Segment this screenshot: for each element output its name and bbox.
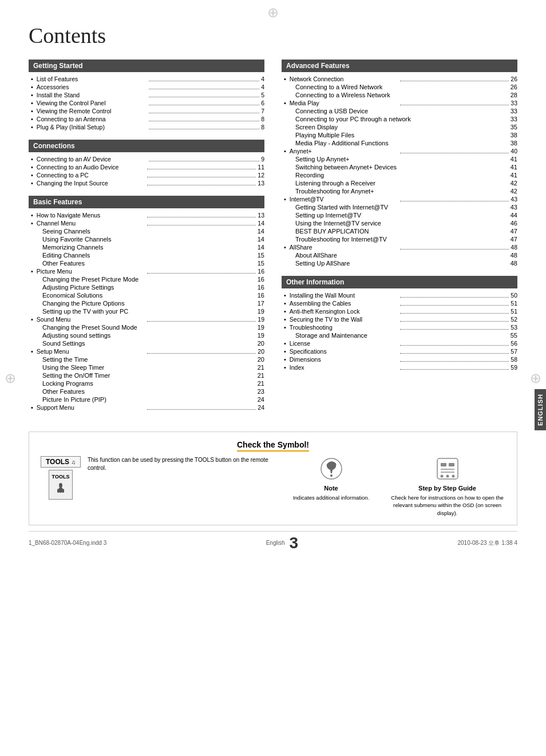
sub-page-num: 41 (511, 156, 517, 163)
dot-leader (400, 361, 509, 362)
step-icon-area (389, 456, 505, 482)
sub-page-num: 17 (258, 300, 264, 307)
svg-rect-3 (62, 489, 64, 493)
svg-point-13 (452, 475, 454, 478)
sub-item: Troubleshooting for Internet@TV 47 (282, 236, 517, 243)
bullet: • (284, 348, 286, 355)
list-item: • AllShare 48 (282, 244, 517, 251)
item-text: Viewing the Remote Control (37, 108, 147, 114)
content-grid: Getting Started • List of Features 4 • A… (29, 60, 517, 420)
sub-item: Using the Sleep Timer 21 (29, 364, 264, 371)
list-item: • Installing the Wall Mount 50 (282, 292, 517, 299)
bullet: • (31, 268, 33, 275)
sub-item: Connecting to your PC through a network … (282, 116, 517, 122)
section-basic-features: Basic Features • How to Navigate Menus 1… (29, 196, 264, 412)
bullet: • (31, 180, 33, 187)
sub-page-num: 23 (258, 388, 264, 395)
list-item: • Install the Stand 5 (29, 92, 264, 98)
svg-point-0 (59, 483, 62, 488)
sub-item: Setting Up AllShare 48 (282, 260, 517, 267)
footer: 1_BN68-02870A-04Eng.indd 3 English 3 201… (29, 531, 517, 552)
sub-item-text: Setting up the TV with your PC (42, 308, 128, 315)
list-item: • License 56 (282, 340, 517, 347)
item-text: Assembling the Cables (290, 300, 398, 307)
page: ⊕ ⊕ ⊕ ENGLISH Contents Getting Started •… (0, 0, 546, 756)
sub-item: BEST BUY APPLICATION 47 (282, 228, 517, 235)
bullet: • (284, 340, 286, 347)
sub-item: Recording 41 (282, 172, 517, 179)
list-item: • Network Connection 26 (282, 76, 517, 82)
sub-page-num: 43 (511, 204, 517, 211)
sub-item-text: Using the Sleep Timer (42, 364, 104, 371)
sub-item: Setting the On/Off Timer 21 (29, 372, 264, 379)
list-item: • Index 59 (282, 364, 517, 371)
page-num: 57 (511, 348, 517, 355)
page-num: 9 (261, 156, 264, 163)
page-num: 50 (511, 292, 517, 299)
item-text: Anynet+ (290, 148, 398, 155)
sub-item: Changing the Preset Sound Mode 19 (29, 324, 264, 331)
page-num: 40 (511, 148, 517, 155)
sub-page-num: 20 (258, 340, 264, 347)
page-title: Contents (29, 23, 517, 48)
language-tab: ENGLISH (535, 389, 546, 430)
tools-remote-icon: TOOLS (49, 470, 73, 500)
sub-item-text: Locking Programs (42, 380, 93, 387)
sub-item-text: Switching between Anynet+ Devices (295, 164, 397, 171)
list-item: • How to Navigate Menus 13 (29, 212, 264, 219)
symbol-title: Check the Symbol! (41, 440, 505, 449)
sub-page-num: 46 (511, 220, 517, 227)
bullet: • (284, 76, 286, 82)
dot-leader (147, 217, 256, 217)
page-num: 4 (261, 84, 264, 90)
item-text: Channel Menu (37, 220, 145, 227)
sub-item-text: Media Play - Additional Functions (295, 140, 389, 147)
item-text: List of Features (37, 76, 147, 82)
sub-page-num: 24 (258, 396, 264, 403)
sub-page-num: 42 (511, 180, 517, 187)
sub-page-num: 38 (511, 132, 517, 138)
page-num: 58 (511, 356, 517, 363)
bullet: • (284, 364, 286, 371)
symbol-grid: TOOLS ♫ TOOLS This function can be used … (41, 456, 505, 517)
sub-item: Other Features 15 (29, 260, 264, 267)
item-text: Specifications (290, 348, 398, 355)
item-text: AllShare (290, 244, 398, 251)
sub-item: Memorizing Channels 14 (29, 244, 264, 251)
tools-icon-area: TOOLS ♫ TOOLS (41, 456, 81, 500)
footer-left: 1_BN68-02870A-04Eng.indd 3 (29, 540, 106, 546)
tools-box: TOOLS ♫ (41, 456, 81, 468)
sub-item-text: Changing the Preset Picture Mode (42, 276, 139, 283)
sub-item: Connecting to a Wired Network 26 (282, 84, 517, 90)
list-item: • Channel Menu 14 (29, 220, 264, 227)
sub-item-text: Setting the On/Off Timer (42, 372, 110, 379)
bullet: • (31, 212, 33, 219)
page-num: 20 (258, 348, 264, 355)
advanced-items: • Network Connection 26 Connecting to a … (282, 76, 517, 267)
bullet: • (31, 348, 33, 355)
dot-leader (147, 169, 256, 169)
dot-leader (149, 105, 259, 105)
list-item: • Connecting to an AV Device 9 (29, 156, 264, 163)
item-text: Accessories (37, 84, 147, 90)
dot-leader (149, 113, 259, 113)
note-item: Note Indicates additional information. (273, 456, 389, 501)
sub-page-num: 28 (511, 92, 517, 98)
sub-item: Playing Multiple Files 38 (282, 132, 517, 138)
bullet: • (284, 316, 286, 323)
sub-item: Sound Settings 20 (29, 340, 264, 347)
svg-rect-10 (441, 472, 454, 473)
page-num: 26 (511, 76, 517, 82)
sub-item-text: Listening through a Receiver (295, 180, 375, 187)
dot-leader (400, 329, 509, 330)
tools-desc-text: This function can be used by pressing th… (88, 456, 273, 472)
sub-item: Storage and Maintenance 55 (282, 332, 517, 339)
list-item: • Assembling the Cables 51 (282, 300, 517, 307)
connections-items: • Connecting to an AV Device 9 • Connect… (29, 156, 264, 187)
page-lang-label: English (266, 540, 285, 546)
dot-leader (147, 273, 256, 274)
basic-features-items: • How to Navigate Menus 13 • Channel Men… (29, 212, 264, 411)
item-text: Connecting to an Antenna (37, 116, 147, 122)
sub-item-text: Adjusting sound settings (42, 332, 110, 339)
bullet: • (284, 244, 286, 251)
